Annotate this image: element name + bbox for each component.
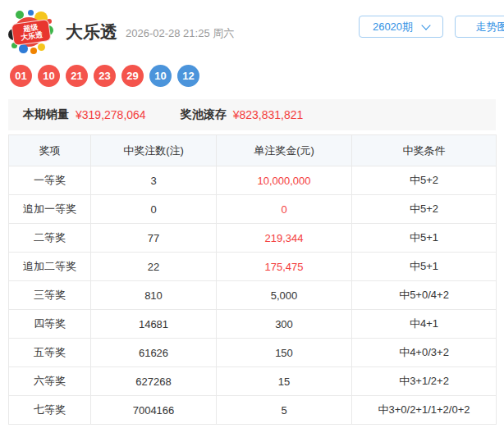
cell-count: 22 <box>91 253 217 281</box>
draw-datetime: 2026-02-28 21:25 周六 <box>126 26 234 41</box>
cell-count: 627268 <box>91 367 217 396</box>
page-header: 超级 大乐透 大乐透 2026-02-28 21:25 周六 26020期 走势… <box>0 0 504 57</box>
table-row: 三等奖8105,000中5+0/4+2 <box>9 281 497 310</box>
pool-value: ¥823,831,821 <box>233 108 304 121</box>
logo-badge: 超级 大乐透 <box>11 19 51 46</box>
sales-label: 本期销量 <box>23 107 69 122</box>
back-ball: 12 <box>177 65 199 87</box>
cell-condition: 中5+2 <box>352 195 497 224</box>
table-row: 六等奖62726815中3+1/2+2 <box>9 367 497 396</box>
header-condition: 中奖条件 <box>352 135 497 166</box>
back-ball: 10 <box>149 65 172 87</box>
cell-condition: 中5+0/4+2 <box>352 281 497 310</box>
sales-strip: 本期销量 ¥319,278,064 奖池滚存 ¥823,831,821 <box>8 99 496 130</box>
front-ball: 23 <box>94 65 116 87</box>
prize-table: 奖项 中奖注数(注) 单注奖金(元) 中奖条件 一等奖310,000,000中5… <box>8 134 497 425</box>
cell-count: 7004166 <box>91 396 217 425</box>
table-row: 追加二等奖22175,475中5+1 <box>9 253 497 281</box>
chevron-down-icon <box>421 20 430 30</box>
cell-amount: 175,475 <box>217 253 352 281</box>
cell-prize: 追加一等奖 <box>9 195 91 224</box>
cell-count: 3 <box>91 166 217 195</box>
header-prize: 奖项 <box>9 135 91 166</box>
header-controls: 26020期 走势图 <box>359 16 504 38</box>
table-row: 四等奖14681300中4+1 <box>9 310 497 339</box>
front-ball: 01 <box>10 65 32 87</box>
header-count: 中奖注数(注) <box>91 135 217 166</box>
table-row: 一等奖310,000,000中5+2 <box>9 166 497 195</box>
cell-amount: 0 <box>217 195 352 224</box>
pool-label: 奖池滚存 <box>181 107 227 122</box>
cell-count: 14681 <box>91 310 217 339</box>
balls-row: 01102123291012 <box>10 65 504 87</box>
cell-count: 810 <box>91 281 217 310</box>
cell-amount: 300 <box>217 310 352 339</box>
cell-count: 0 <box>91 195 217 224</box>
super-lotto-logo-icon: 超级 大乐透 <box>8 10 54 54</box>
sales-value: ¥319,278,064 <box>76 108 146 121</box>
cell-amount: 150 <box>217 339 352 367</box>
cell-amount: 5,000 <box>217 281 352 310</box>
cell-prize: 七等奖 <box>9 396 91 425</box>
front-ball: 21 <box>66 65 88 87</box>
cell-prize: 五等奖 <box>9 339 91 367</box>
cell-condition: 中3+1/2+2 <box>352 367 497 396</box>
cell-condition: 中3+0/2+1/1+2/0+2 <box>352 396 497 425</box>
cell-condition: 中5+1 <box>352 253 497 281</box>
table-header-row: 奖项 中奖注数(注) 单注奖金(元) 中奖条件 <box>9 135 497 166</box>
page-title: 大乐透 <box>66 20 117 43</box>
front-ball: 10 <box>38 65 60 87</box>
lottery-result-page: { "header": { "logo_badge_line1": "超级", … <box>0 0 504 428</box>
trend-chart-button-label: 走势图 <box>476 20 504 34</box>
cell-amount: 219,344 <box>217 224 352 253</box>
table-row: 七等奖70041665中3+0/2+1/1+2/0+2 <box>9 396 497 425</box>
cell-condition: 中4+0/3+2 <box>352 339 497 367</box>
cell-condition: 中5+2 <box>352 166 497 195</box>
cell-prize: 六等奖 <box>9 367 91 396</box>
table-row: 追加一等奖00中5+2 <box>9 195 497 224</box>
cell-prize: 追加二等奖 <box>9 253 91 281</box>
cell-amount: 5 <box>217 396 352 425</box>
trend-chart-button[interactable]: 走势图 <box>455 16 504 38</box>
cell-prize: 四等奖 <box>9 310 91 339</box>
issue-select[interactable]: 26020期 <box>359 16 443 38</box>
cell-count: 77 <box>91 224 217 253</box>
prize-table-body: 一等奖310,000,000中5+2追加一等奖00中5+2二等奖77219,34… <box>9 166 497 425</box>
cell-amount: 15 <box>217 367 352 396</box>
front-ball: 29 <box>121 65 144 87</box>
cell-prize: 一等奖 <box>9 166 91 195</box>
cell-condition: 中5+1 <box>352 224 497 253</box>
cell-prize: 二等奖 <box>9 224 91 253</box>
issue-select-value: 26020期 <box>373 20 413 34</box>
cell-count: 61626 <box>91 339 217 367</box>
cell-amount: 10,000,000 <box>217 166 352 195</box>
header-amount: 单注奖金(元) <box>217 135 352 166</box>
cell-prize: 三等奖 <box>9 281 91 310</box>
table-row: 二等奖77219,344中5+1 <box>9 224 497 253</box>
table-row: 五等奖61626150中4+0/3+2 <box>9 339 497 367</box>
cell-condition: 中4+1 <box>352 310 497 339</box>
